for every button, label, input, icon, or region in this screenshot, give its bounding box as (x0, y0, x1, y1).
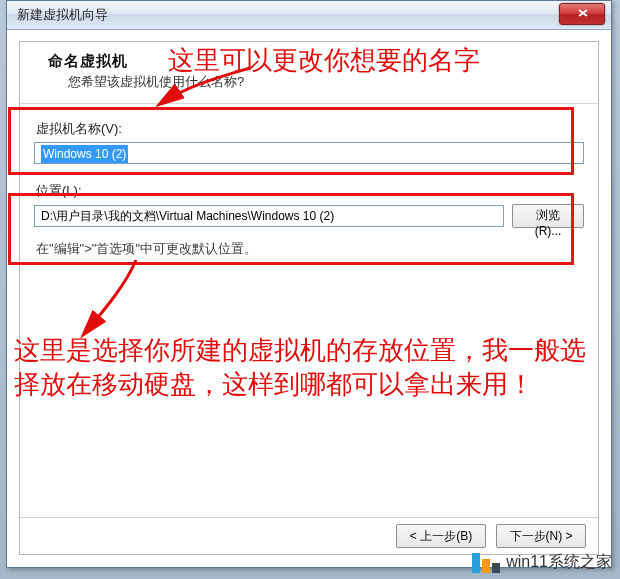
watermark-text: win11系统之家 (506, 552, 612, 573)
close-icon: ✕ (576, 4, 588, 22)
wizard-window: 新建虚拟机向导 ✕ 命名虚拟机 您希望该虚拟机使用什么名称? 虚拟机名称(V):… (6, 0, 612, 568)
vm-name-value: Windows 10 (2) (41, 145, 128, 163)
default-location-hint: 在"编辑">"首选项"中可更改默认位置。 (36, 240, 584, 258)
close-button[interactable]: ✕ (559, 3, 605, 25)
titlebar: 新建虚拟机向导 ✕ (7, 1, 611, 30)
client-area: 命名虚拟机 您希望该虚拟机使用什么名称? 虚拟机名称(V): Windows 1… (19, 41, 599, 555)
wizard-buttons: < 上一步(B) 下一步(N) > (20, 517, 598, 554)
browse-button[interactable]: 浏览(R)... (512, 204, 584, 228)
window-title: 新建虚拟机向导 (17, 6, 108, 24)
back-button[interactable]: < 上一步(B) (396, 524, 486, 548)
form-body: 虚拟机名称(V): Windows 10 (2) 位置(L): 浏览(R)...… (20, 104, 598, 258)
next-button[interactable]: 下一步(N) > (496, 524, 586, 548)
watermark: win11系统之家 (472, 552, 612, 573)
vm-name-input[interactable]: Windows 10 (2) (34, 142, 584, 164)
location-label: 位置(L): (36, 182, 584, 200)
annotation-text-top: 这里可以更改你想要的名字 (168, 44, 480, 78)
watermark-logo-icon (472, 553, 500, 573)
vm-name-label: 虚拟机名称(V): (36, 120, 584, 138)
location-input[interactable] (34, 205, 504, 227)
annotation-text-bottom: 这里是选择你所建的虚拟机的存放位置，我一般选择放在移动硬盘，这样到哪都可以拿出来… (14, 334, 604, 402)
